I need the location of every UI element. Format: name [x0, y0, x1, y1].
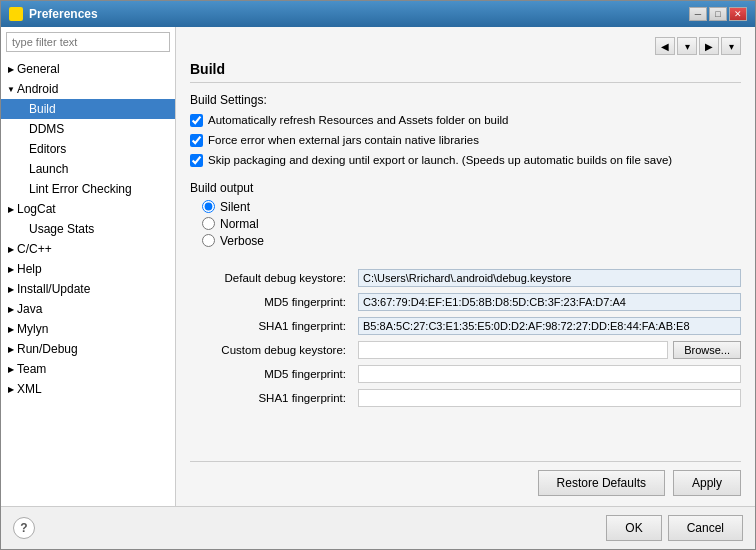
checkbox-auto-refresh-label: Automatically refresh Resources and Asse…: [208, 113, 508, 128]
field-label-md5-2: MD5 fingerprint:: [190, 368, 350, 380]
tree-label-lint-error-checking: Lint Error Checking: [29, 182, 132, 196]
maximize-button[interactable]: □: [709, 7, 727, 21]
tree-label-logcat: LogCat: [17, 202, 56, 216]
toolbar: ◀ ▾ ▶ ▾: [190, 37, 741, 55]
tree-arrow-editors: [17, 143, 29, 155]
tree-item-editors[interactable]: Editors: [1, 139, 175, 159]
tree-item-java[interactable]: Java: [1, 299, 175, 319]
tree-label-build: Build: [29, 102, 56, 116]
tree-label-xml: XML: [17, 382, 42, 396]
tree-item-cpp[interactable]: C/C++: [1, 239, 175, 259]
tree-label-android: Android: [17, 82, 58, 96]
checkbox-skip-packaging-input[interactable]: [190, 154, 203, 167]
tree-arrow-android: [5, 83, 17, 95]
radio-verbose[interactable]: [202, 234, 215, 247]
help-button[interactable]: ?: [13, 517, 35, 539]
field-value-custom-keystore: [358, 341, 668, 359]
left-panel: GeneralAndroidBuildDDMSEditorsLaunchLint…: [1, 27, 176, 506]
bottom-bar: ? OK Cancel: [1, 506, 755, 549]
tree-label-editors: Editors: [29, 142, 66, 156]
back-dropdown-button[interactable]: ▾: [677, 37, 697, 55]
tree-item-android[interactable]: Android: [1, 79, 175, 99]
tree-arrow-xml: [5, 383, 17, 395]
tree-label-general: General: [17, 62, 60, 76]
tree: GeneralAndroidBuildDDMSEditorsLaunchLint…: [1, 57, 175, 506]
radio-verbose-row: Verbose: [202, 234, 741, 248]
tree-item-help[interactable]: Help: [1, 259, 175, 279]
section-title: Build: [190, 61, 741, 83]
apply-button[interactable]: Apply: [673, 470, 741, 496]
field-label-custom-keystore: Custom debug keystore:: [190, 344, 350, 356]
tree-label-team: Team: [17, 362, 46, 376]
tree-item-install-update[interactable]: Install/Update: [1, 279, 175, 299]
field-label-md5-1: MD5 fingerprint:: [190, 296, 350, 308]
tree-item-build[interactable]: Build: [1, 99, 175, 119]
tree-arrow-cpp: [5, 243, 17, 255]
tree-arrow-java: [5, 303, 17, 315]
tree-label-run-debug: Run/Debug: [17, 342, 78, 356]
tree-item-ddms[interactable]: DDMS: [1, 119, 175, 139]
main-content: GeneralAndroidBuildDDMSEditorsLaunchLint…: [1, 27, 755, 506]
tree-arrow-team: [5, 363, 17, 375]
title-bar: Preferences ─ □ ✕: [1, 1, 755, 27]
field-value-md5-1: C3:67:79:D4:EF:E1:D5:8B:D8:5D:CB:3F:23:F…: [358, 293, 741, 311]
tree-arrow-build: [17, 103, 29, 115]
radio-silent[interactable]: [202, 200, 215, 213]
checkbox-auto-refresh: Automatically refresh Resources and Asse…: [190, 113, 741, 128]
tree-item-general[interactable]: General: [1, 59, 175, 79]
checkbox-force-error-label: Force error when external jars contain n…: [208, 133, 479, 148]
tree-arrow-mylyn: [5, 323, 17, 335]
radio-group: Silent Normal Verbose: [190, 200, 741, 248]
preferences-window: Preferences ─ □ ✕ GeneralAndroidBuildDDM…: [0, 0, 756, 550]
checkbox-auto-refresh-input[interactable]: [190, 114, 203, 127]
forward-dropdown-button[interactable]: ▾: [721, 37, 741, 55]
tree-item-lint-error-checking[interactable]: Lint Error Checking: [1, 179, 175, 199]
tree-item-logcat[interactable]: LogCat: [1, 199, 175, 219]
checkbox-skip-packaging-label: Skip packaging and dexing until export o…: [208, 153, 672, 168]
tree-label-java: Java: [17, 302, 42, 316]
forward-button[interactable]: ▶: [699, 37, 719, 55]
browse-button[interactable]: Browse...: [673, 341, 741, 359]
field-label-sha1-1: SHA1 fingerprint:: [190, 320, 350, 332]
checkbox-force-error-input[interactable]: [190, 134, 203, 147]
radio-normal[interactable]: [202, 217, 215, 230]
tree-item-usage-stats[interactable]: Usage Stats: [1, 219, 175, 239]
window-title: Preferences: [29, 7, 98, 21]
checkbox-force-error: Force error when external jars contain n…: [190, 133, 741, 148]
tree-item-launch[interactable]: Launch: [1, 159, 175, 179]
filter-input[interactable]: [6, 32, 170, 52]
tree-label-cpp: C/C++: [17, 242, 52, 256]
tree-item-team[interactable]: Team: [1, 359, 175, 379]
back-button[interactable]: ◀: [655, 37, 675, 55]
restore-defaults-button[interactable]: Restore Defaults: [538, 470, 665, 496]
tree-arrow-launch: [17, 163, 29, 175]
tree-label-launch: Launch: [29, 162, 68, 176]
tree-item-xml[interactable]: XML: [1, 379, 175, 399]
radio-normal-row: Normal: [202, 217, 741, 231]
radio-silent-row: Silent: [202, 200, 741, 214]
field-label-sha1-2: SHA1 fingerprint:: [190, 392, 350, 404]
tree-arrow-logcat: [5, 203, 17, 215]
tree-arrow-lint-error-checking: [17, 183, 29, 195]
minimize-button[interactable]: ─: [689, 7, 707, 21]
tree-arrow-help: [5, 263, 17, 275]
right-panel: ◀ ▾ ▶ ▾ Build Build Settings: Automatica…: [176, 27, 755, 506]
cancel-button[interactable]: Cancel: [668, 515, 743, 541]
tree-item-run-debug[interactable]: Run/Debug: [1, 339, 175, 359]
tree-label-mylyn: Mylyn: [17, 322, 48, 336]
field-value-md5-2: [358, 365, 741, 383]
build-output-section: Build output Silent Normal Verbose: [190, 181, 741, 251]
bottom-right-buttons: OK Cancel: [606, 515, 743, 541]
radio-normal-label: Normal: [220, 217, 259, 231]
tree-label-usage-stats: Usage Stats: [29, 222, 94, 236]
tree-arrow-install-update: [5, 283, 17, 295]
title-bar-left: Preferences: [9, 7, 98, 21]
checkbox-skip-packaging: Skip packaging and dexing until export o…: [190, 153, 741, 168]
close-button[interactable]: ✕: [729, 7, 747, 21]
tree-arrow-general: [5, 63, 17, 75]
field-value-sha1-2: [358, 389, 741, 407]
tree-item-mylyn[interactable]: Mylyn: [1, 319, 175, 339]
ok-button[interactable]: OK: [606, 515, 661, 541]
fields-grid: Default debug keystore: C:\Users\Rrichar…: [190, 269, 741, 407]
build-settings-label: Build Settings:: [190, 93, 741, 107]
